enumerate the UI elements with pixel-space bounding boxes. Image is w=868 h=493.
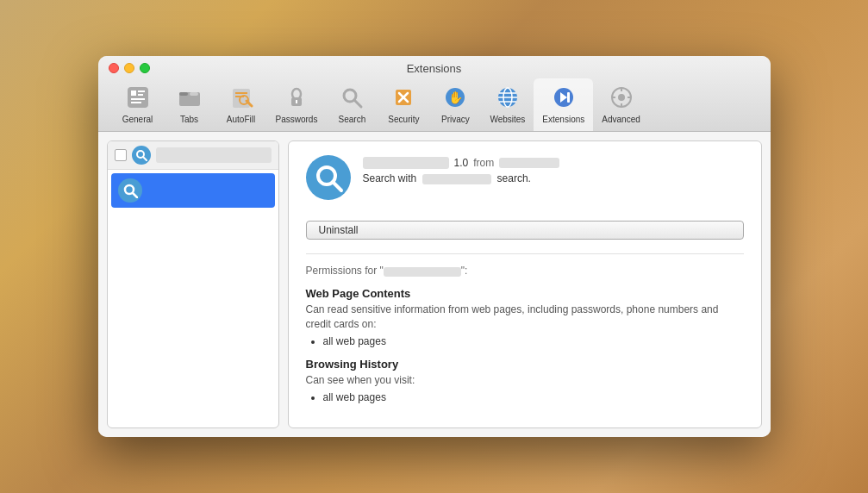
minimize-button[interactable]: [124, 63, 134, 73]
svg-line-18: [354, 100, 361, 107]
svg-rect-16: [296, 100, 297, 103]
sidebar-list: [108, 170, 278, 427]
svg-rect-30: [567, 92, 570, 103]
toolbar-item-general[interactable]: General: [112, 78, 164, 131]
extension-search-row: Search with search.: [363, 172, 744, 184]
extensions-sidebar: [107, 140, 279, 427]
search-with-text: Search with: [363, 172, 417, 184]
extension-version: 1.0: [454, 157, 469, 169]
svg-line-38: [143, 157, 147, 160]
web-page-contents-list: all web pages: [306, 335, 744, 347]
permissions-title: Permissions for "":: [306, 265, 744, 277]
security-icon: [390, 84, 417, 111]
svg-rect-1: [131, 90, 136, 96]
search-label: Search: [339, 115, 366, 124]
window-title: Extensions: [407, 62, 462, 75]
svg-rect-4: [131, 98, 145, 100]
close-button[interactable]: [109, 63, 119, 73]
toolbar-item-search[interactable]: Search: [326, 78, 378, 131]
permissions-prefix: Permissions for ": [306, 265, 384, 277]
svg-rect-0: [128, 87, 148, 108]
toolbar-item-security[interactable]: Security: [378, 78, 429, 131]
list-item: all web pages: [323, 391, 744, 403]
browsing-history-list: all web pages: [306, 391, 744, 403]
sidebar-search-text: [156, 147, 272, 163]
autofill-label: AutoFill: [227, 115, 255, 124]
tabs-label: Tabs: [180, 115, 198, 124]
toolbar-item-websites[interactable]: Websites: [481, 78, 534, 131]
svg-rect-3: [138, 94, 143, 96]
main-content: 1.0 from Search with search. Uninstall P…: [98, 132, 771, 436]
title-bar-top: Extensions: [109, 63, 760, 73]
traffic-lights: [109, 63, 150, 73]
advanced-icon: [608, 84, 635, 111]
toolbar-item-tabs[interactable]: Tabs: [164, 78, 215, 131]
web-page-contents-title: Web Page Contents: [306, 287, 744, 300]
tabs-icon: [176, 84, 203, 111]
websites-icon: [494, 84, 521, 111]
svg-rect-8: [190, 92, 198, 96]
svg-rect-7: [179, 92, 188, 96]
svg-line-40: [133, 193, 137, 197]
toolbar-item-autofill[interactable]: AutoFill: [215, 78, 267, 131]
sidebar-ext-search-icon: [132, 146, 151, 165]
sidebar-search-bar: [108, 141, 278, 170]
extension-from-text: from: [473, 157, 494, 169]
sidebar-ext-icon: [118, 178, 142, 203]
uninstall-button[interactable]: Uninstall: [306, 221, 744, 240]
toolbar-item-privacy[interactable]: ✋ Privacy: [429, 78, 481, 131]
toolbar-item-passwords[interactable]: Passwords: [267, 78, 327, 131]
svg-line-42: [333, 182, 341, 190]
toolbar-item-advanced[interactable]: Advanced: [593, 78, 648, 131]
maximize-button[interactable]: [140, 63, 150, 73]
general-icon: [124, 84, 152, 111]
extensions-label: Extensions: [542, 115, 584, 124]
browsing-history-group: Browsing History Can see when you visit:…: [306, 358, 744, 403]
extension-icon-large: [306, 155, 351, 200]
extension-name-pill: [363, 157, 449, 169]
websites-label: Websites: [490, 115, 525, 124]
extensions-icon: [550, 84, 578, 111]
advanced-label: Advanced: [602, 115, 640, 124]
extension-header: 1.0 from Search with search.: [306, 155, 744, 200]
browsing-history-desc: Can see when you visit:: [306, 373, 744, 388]
extension-from-pill: [499, 158, 559, 168]
svg-text:✋: ✋: [448, 90, 464, 105]
title-bar: Extensions General: [98, 56, 771, 132]
search-suffix-text: search.: [497, 172, 531, 184]
permissions-suffix: ":: [461, 265, 468, 277]
security-label: Security: [388, 115, 419, 124]
web-page-contents-group: Web Page Contents Can read sensitive inf…: [306, 287, 744, 347]
extension-name-row: 1.0 from: [363, 157, 744, 169]
autofill-icon: [228, 84, 255, 111]
svg-point-32: [618, 94, 625, 101]
toolbar: General Tabs: [109, 78, 760, 131]
svg-rect-10: [235, 92, 247, 94]
safari-extensions-window: Extensions General: [98, 56, 771, 436]
passwords-label: Passwords: [276, 115, 318, 124]
svg-rect-2: [138, 90, 145, 92]
extension-info: 1.0 from Search with search.: [363, 155, 744, 184]
web-page-contents-desc: Can read sensitive information from web …: [306, 303, 744, 332]
browsing-history-title: Browsing History: [306, 358, 744, 371]
passwords-icon: [283, 84, 310, 111]
svg-rect-5: [131, 102, 141, 103]
permissions-section: Permissions for "": Web Page Contents Ca…: [306, 253, 744, 413]
list-item: all web pages: [323, 335, 744, 347]
general-label: General: [122, 115, 153, 124]
search-icon: [338, 84, 365, 111]
privacy-icon: ✋: [441, 84, 469, 111]
extension-detail-panel: 1.0 from Search with search. Uninstall P…: [288, 140, 762, 427]
extension-search-pill: [422, 174, 491, 184]
sidebar-checkbox[interactable]: [115, 149, 127, 161]
list-item[interactable]: [111, 173, 275, 208]
permissions-name-pill: [384, 267, 461, 277]
toolbar-item-extensions[interactable]: Extensions: [534, 78, 593, 131]
privacy-label: Privacy: [441, 115, 470, 124]
